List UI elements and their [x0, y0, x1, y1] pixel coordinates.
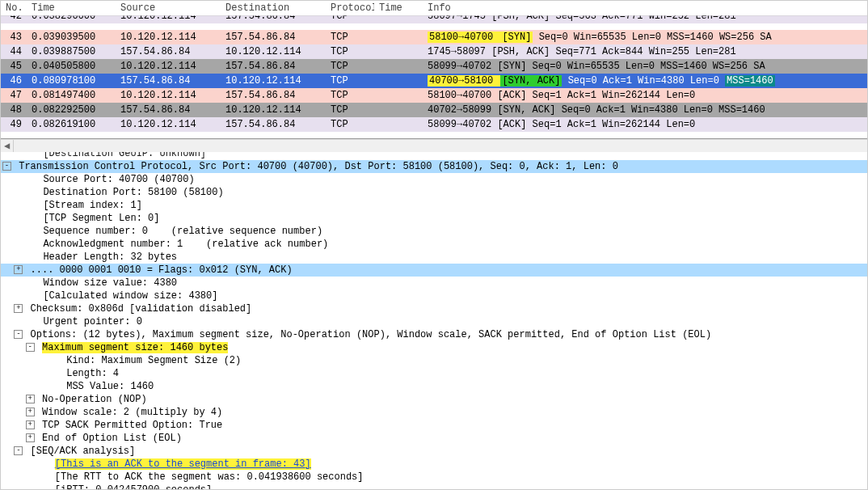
expand-icon[interactable]: +	[26, 420, 35, 429]
tree-text: .... 0000 0001 0010 = Flags: 0x012 (SYN,…	[31, 264, 293, 276]
tree-line[interactable]: Source Port: 40700 (40700)	[1, 173, 867, 186]
tree-line[interactable]: + No-Operation (NOP)	[1, 393, 867, 406]
packet-cell: 0.081497400	[27, 88, 116, 103]
expand-icon[interactable]: +	[26, 433, 35, 442]
tree-line[interactable]: + .... 0000 0001 0010 = Flags: 0x012 (SY…	[1, 264, 867, 277]
collapse-icon[interactable]: -	[26, 343, 35, 352]
tree-text: [This is an ACK to the segment in frame:	[55, 458, 293, 470]
tree-line[interactable]: - Maximum segment size: 1460 bytes	[1, 341, 867, 354]
packet-cell: 10.120.12.114	[116, 30, 221, 44]
packet-row[interactable]: 460.080978100157.54.86.8410.120.12.114TC…	[1, 74, 867, 88]
tree-line[interactable]: Header Length: 32 bytes	[1, 251, 867, 264]
packet-cell: 0.039039500	[27, 30, 116, 44]
expand-icon[interactable]: +	[14, 304, 23, 313]
packet-row[interactable]: 470.08149740010.120.12.114157.54.86.84TC…	[1, 88, 867, 103]
tree-text: ]	[305, 458, 310, 470]
packet-cell	[374, 132, 423, 138]
packet-cell: 43	[1, 30, 27, 44]
packet-details-pane[interactable]: [Destination GeoIP: Unknown]- Transmissi…	[1, 152, 867, 489]
tree-line[interactable]: [Calculated window size: 4380]	[1, 289, 867, 302]
packet-cell: 0.080978100	[27, 74, 116, 88]
tree-line[interactable]: Length: 4	[1, 367, 867, 380]
packet-cell: 157.54.86.84	[116, 74, 221, 88]
tree-line[interactable]: [This is an ACK to the segment in frame:…	[1, 458, 867, 471]
tree-line[interactable]: Window size value: 4380	[1, 277, 867, 289]
tree-text: Checksum: 0x806d [validation disabled]	[31, 303, 252, 315]
packet-cell	[374, 117, 423, 132]
expand-icon[interactable]: +	[26, 395, 35, 403]
tree-line[interactable]: [iRTT: 0.042457900 seconds]	[1, 484, 867, 489]
expand-icon[interactable]: +	[26, 408, 35, 416]
collapse-icon[interactable]: -	[14, 446, 23, 455]
packet-cell	[374, 30, 423, 44]
packet-info-cell: 1745→58097 [PSH, ACK] Seq=771 Ack=844 Wi…	[423, 44, 867, 59]
tree-text: End of Option List (EOL)	[42, 433, 182, 444]
packet-cell: 46	[1, 74, 27, 88]
packet-table[interactable]: No. Time Source Destination Protocol Tim…	[1, 1, 867, 138]
packet-cell: 0.040505800	[27, 59, 116, 74]
packet-cell: 10.120.12.114	[116, 117, 221, 132]
tree-line[interactable]: Destination Port: 58100 (58100)	[1, 186, 867, 199]
tree-text: No-Operation (NOP)	[42, 394, 147, 405]
tree-line[interactable]: MSS Value: 1460	[1, 380, 867, 393]
tree-line[interactable]: + End of Option List (EOL)	[1, 432, 867, 445]
packet-table-header[interactable]: No. Time Source Destination Protocol Tim…	[1, 1, 867, 16]
tree-line[interactable]: + Window scale: 2 (multiply by 4)	[1, 406, 867, 419]
tree-line[interactable]: Sequence number: 0 (relative sequence nu…	[1, 225, 867, 238]
packet-cell: TCP	[326, 88, 374, 103]
collapse-icon[interactable]: -	[14, 330, 23, 339]
packet-row[interactable]: 480.082292500157.54.86.8410.120.12.114TC…	[1, 103, 867, 117]
tree-line[interactable]: + Checksum: 0x806d [validation disabled]	[1, 302, 867, 315]
col-header-proto[interactable]: Protocol	[326, 1, 374, 16]
tree-text: Destination Port: 58100 (58100)	[43, 187, 223, 198]
tree-text: Source Port: 40700 (40700)	[43, 174, 194, 185]
packet-cell: 0.082619100	[27, 117, 116, 132]
packet-cell: TCP	[326, 103, 374, 117]
packet-cell: TCP	[326, 30, 374, 44]
packet-cell: 10.120.12.114	[116, 88, 221, 103]
col-header-info[interactable]: Info	[423, 1, 867, 16]
packet-info-cell: 58100→40700 [SYN] Seq=0 Win=65535 Len=0 …	[423, 30, 867, 44]
packet-cell: 0.082292500	[27, 103, 116, 117]
tree-line[interactable]: + TCP SACK Permitted Option: True	[1, 419, 867, 432]
packet-row[interactable]: 490.08261910010.120.12.114157.54.86.84TC…	[1, 117, 867, 132]
packet-cell: 10.120.12.114	[116, 59, 221, 74]
col-header-source[interactable]: Source	[116, 1, 221, 16]
packet-cell: TCP	[326, 59, 374, 74]
tree-line[interactable]: Kind: Maximum Segment Size (2)	[1, 354, 867, 367]
packet-row[interactable]: 450.04050580010.120.12.114157.54.86.84TC…	[1, 59, 867, 74]
tree-line[interactable]: [Stream index: 1]	[1, 199, 867, 212]
tree-text: Kind: Maximum Segment Size (2)	[66, 355, 241, 366]
tree-line[interactable]: [TCP Segment Len: 0]	[1, 212, 867, 225]
tree-line[interactable]: - Options: (12 bytes), Maximum segment s…	[1, 328, 867, 341]
packet-cell	[374, 88, 423, 103]
expand-icon[interactable]: +	[14, 265, 23, 274]
tree-line[interactable]: - [SEQ/ACK analysis]	[1, 445, 867, 458]
wireshark-window: No. Time Source Destination Protocol Tim…	[0, 0, 868, 490]
tree-line[interactable]: Acknowledgment number: 1 (relative ack n…	[1, 238, 867, 251]
packet-cell: TCP	[326, 74, 374, 88]
packet-info-cell: 58099→40702 [ACK] Seq=1 Ack=1 Win=262144…	[423, 117, 867, 132]
packet-cell: 49	[1, 117, 27, 132]
tree-text: [The RTT to ACK the segment was: 0.04193…	[55, 471, 364, 483]
tree-line[interactable]: Urgent pointer: 0	[1, 315, 867, 328]
packet-row[interactable]: 440.039887500157.54.86.8410.120.12.114TC…	[1, 44, 867, 59]
tree-line[interactable]: [Destination GeoIP: Unknown]	[1, 152, 867, 160]
tree-line[interactable]: [The RTT to ACK the segment was: 0.04193…	[1, 471, 867, 484]
col-header-time2[interactable]: Time	[374, 1, 423, 16]
packet-cell: 45	[1, 59, 27, 74]
packet-cell: 157.54.86.84	[221, 30, 326, 44]
col-header-dest[interactable]: Destination	[221, 1, 326, 16]
scroll-left-icon[interactable]: ◀	[1, 140, 14, 152]
packet-row[interactable]: 430.03903950010.120.12.114157.54.86.84TC…	[1, 30, 867, 44]
packet-row[interactable]: 500.0826481002001:4898:f0:31:52001:4898:…	[1, 132, 867, 138]
tree-text: [iRTT: 0.042457900 seconds]	[55, 484, 212, 489]
col-header-time[interactable]: Time	[27, 1, 116, 16]
packet-cell: 44	[1, 44, 27, 59]
col-header-no[interactable]: No.	[1, 1, 27, 16]
tree-line[interactable]: - Transmission Control Protocol, Src Por…	[1, 160, 867, 173]
packet-cell	[374, 74, 423, 88]
horizontal-scrollbar[interactable]: ◀	[1, 139, 867, 152]
collapse-icon[interactable]: -	[2, 162, 11, 171]
packet-cell: 10.120.12.114	[221, 74, 326, 88]
